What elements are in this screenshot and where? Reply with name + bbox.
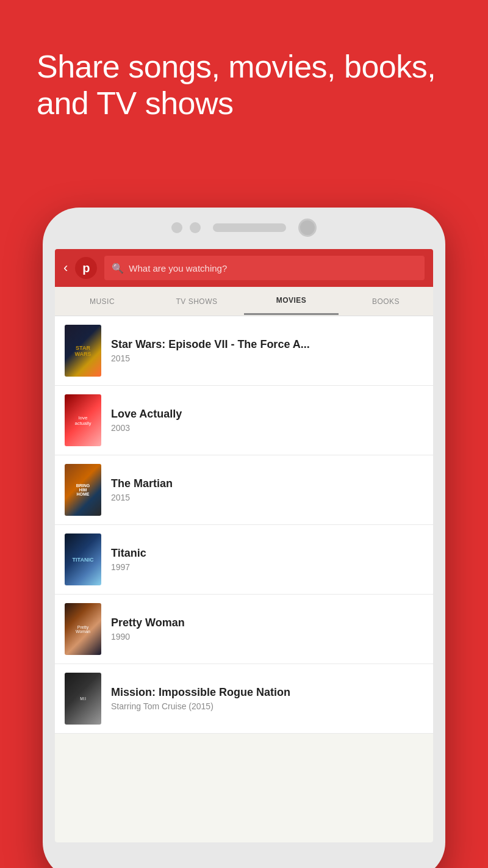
movie-item[interactable]: TITANIC Titanic 1997 <box>55 525 433 595</box>
tab-books[interactable]: BOOKS <box>339 289 433 314</box>
poster-mission: M:I <box>65 673 101 725</box>
tabs-bar: MUSIC TV SHOWS MOVIES BOOKS <box>55 287 433 316</box>
poster-loveactually: loveactually <box>65 394 101 446</box>
movie-info: Titanic 1997 <box>111 547 423 572</box>
movie-year: 1990 <box>111 632 423 642</box>
movie-info: Mission: Impossible Rogue Nation Starrin… <box>111 686 423 711</box>
phone-top-hardware <box>43 219 445 237</box>
movie-info: Pretty Woman 1990 <box>111 617 423 642</box>
poster-titanic: TITANIC <box>65 533 101 585</box>
app-header: ‹ p 🔍 What are you watching? <box>55 249 433 287</box>
poster-starwars: STARWARS <box>65 325 101 377</box>
tab-music[interactable]: MUSIC <box>55 289 149 314</box>
movie-poster: BRINGHIMHOME <box>65 464 101 516</box>
movie-title: Titanic <box>111 547 423 560</box>
movie-item[interactable]: STARWARS Star Wars: Episode VII - The Fo… <box>55 316 433 386</box>
search-bar[interactable]: 🔍 What are you watching? <box>104 256 425 280</box>
phone-dot-left <box>171 222 182 233</box>
tab-movies[interactable]: MOVIES <box>244 288 339 315</box>
phone-speaker <box>213 223 286 232</box>
movie-poster: STARWARS <box>65 325 101 377</box>
phone-camera <box>298 219 317 237</box>
movie-title: The Martian <box>111 477 423 490</box>
movie-info: Star Wars: Episode VII - The Force A... … <box>111 338 423 363</box>
headline: Share songs, movies, books, and TV shows <box>37 49 451 122</box>
movie-info: Love Actually 2003 <box>111 408 423 433</box>
phone-dot-right <box>190 222 201 233</box>
movie-item[interactable]: loveactually Love Actually 2003 <box>55 386 433 455</box>
movie-year: 2015 <box>111 353 423 363</box>
movie-subtitle: Starring Tom Cruise (2015) <box>111 701 423 711</box>
movie-poster: PrettyWoman <box>65 603 101 655</box>
movie-poster: M:I <box>65 673 101 725</box>
phone-shell: ‹ p 🔍 What are you watching? MUSIC TV SH… <box>43 208 445 868</box>
movie-item[interactable]: M:I Mission: Impossible Rogue Nation Sta… <box>55 664 433 734</box>
phone-screen: ‹ p 🔍 What are you watching? MUSIC TV SH… <box>55 249 433 842</box>
poster-prettywoman: PrettyWoman <box>65 603 101 655</box>
search-placeholder: What are you watching? <box>129 263 227 273</box>
movie-poster: TITANIC <box>65 533 101 585</box>
movie-year: 2003 <box>111 423 423 433</box>
movie-poster: loveactually <box>65 394 101 446</box>
search-icon: 🔍 <box>112 262 124 274</box>
app-logo[interactable]: p <box>75 257 97 279</box>
movie-year: 1997 <box>111 562 423 572</box>
movie-title: Pretty Woman <box>111 617 423 629</box>
movie-list: STARWARS Star Wars: Episode VII - The Fo… <box>55 316 433 734</box>
tab-tv-shows[interactable]: TV SHOWS <box>149 289 244 314</box>
movie-title: Star Wars: Episode VII - The Force A... <box>111 338 423 351</box>
movie-year: 2015 <box>111 493 423 502</box>
back-button[interactable]: ‹ <box>63 260 68 276</box>
movie-item[interactable]: BRINGHIMHOME The Martian 2015 <box>55 455 433 525</box>
movie-item[interactable]: PrettyWoman Pretty Woman 1990 <box>55 595 433 664</box>
movie-title: Mission: Impossible Rogue Nation <box>111 686 423 699</box>
poster-martian: BRINGHIMHOME <box>65 464 101 516</box>
movie-title: Love Actually <box>111 408 423 421</box>
movie-info: The Martian 2015 <box>111 477 423 502</box>
